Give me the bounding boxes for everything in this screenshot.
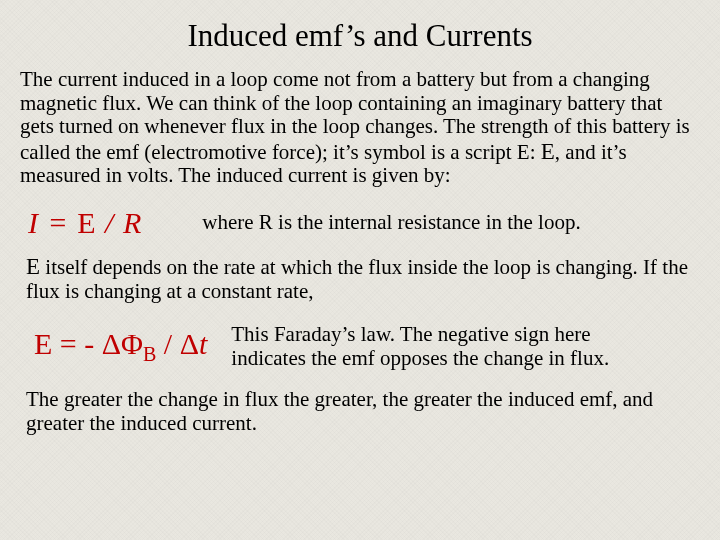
emf-depends-paragraph: E itself depends on the rate at which th… xyxy=(26,254,700,303)
formula-faraday: E = - ΔΦB / Δt xyxy=(34,327,207,366)
formula-row-1: I = E / R where R is the internal resist… xyxy=(28,206,700,240)
page-title: Induced emf’s and Currents xyxy=(20,18,700,54)
formula-row-2: E = - ΔΦB / Δt This Faraday’s law. The n… xyxy=(34,323,700,370)
faraday-explanation: This Faraday’s law. The negative sign he… xyxy=(231,323,641,370)
where-clause: where R is the internal resistance in th… xyxy=(202,210,580,235)
formula-current: I = E / R xyxy=(28,206,142,240)
intro-paragraph: The current induced in a loop come not f… xyxy=(20,68,700,188)
conclusion-paragraph: The greater the change in flux the great… xyxy=(26,388,694,435)
